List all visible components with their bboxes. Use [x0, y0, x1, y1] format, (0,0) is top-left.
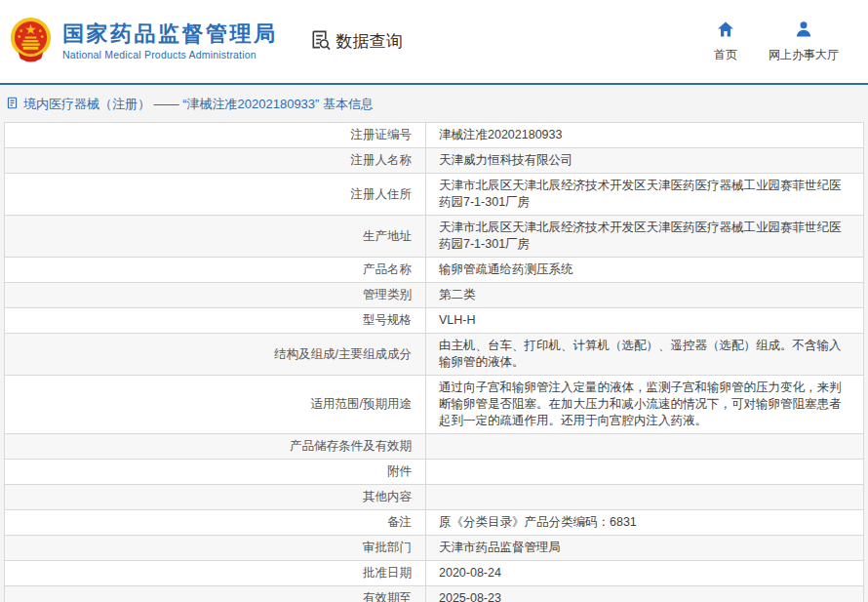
row-label: 注册人名称 [5, 148, 426, 174]
row-label: 结构及组成/主要组成成分 [5, 334, 426, 376]
home-icon [716, 20, 735, 42]
table-row: 适用范围/预期用途 通过向子宫和输卵管注入定量的液体，监测子宫和输卵管的压力变化… [5, 376, 864, 434]
table-row: 产品储存条件及有效期 [5, 434, 864, 460]
row-value: 天津市药品监督管理局 [426, 536, 864, 561]
row-value: 2020-08-24 [426, 561, 864, 586]
table-row: 备注 原《分类目录》产品分类编码：6831 [5, 510, 864, 536]
row-value: 天津威力恒科技有限公司 [426, 148, 864, 174]
table-row: 审批部门 天津市药品监督管理局 [5, 536, 864, 561]
row-value [426, 434, 864, 460]
table-row: 注册证编号 津械注准20202180933 [5, 123, 864, 148]
national-emblem-icon [8, 17, 54, 66]
header-nav: 首页 网上办事大厅 [714, 20, 868, 63]
row-label: 管理类别 [5, 283, 426, 308]
row-value: VLH-H [426, 308, 864, 334]
table-row: 管理类别 第二类 [5, 283, 864, 308]
person-icon [794, 20, 813, 42]
row-value [426, 485, 864, 510]
row-label: 批准日期 [5, 561, 426, 586]
document-search-icon [309, 28, 332, 56]
row-value: 输卵管疏通给药测压系统 [426, 258, 864, 283]
row-label: 有效期至 [5, 586, 426, 602]
info-table-body: 注册证编号 津械注准20202180933 注册人名称 天津威力恒科技有限公司 … [5, 123, 864, 602]
row-label: 型号规格 [5, 308, 426, 334]
page-title: 境内医疗器械（注册） —— “津械注准20202180933” 基本信息 [0, 85, 868, 122]
row-label: 注册人住所 [5, 174, 426, 216]
row-label: 适用范围/预期用途 [5, 376, 426, 434]
page-doc-icon [6, 97, 19, 112]
data-query-tab[interactable]: 数据查询 [309, 28, 403, 56]
row-value: 由主机、台车、打印机、计算机（选配）、遥控器（选配）组成。不含输入输卵管的液体。 [426, 334, 864, 376]
org-names: 国家药品监督管理局 National Medical Products Admi… [62, 22, 278, 60]
row-value: 第二类 [426, 283, 864, 308]
table-row: 有效期至 2025-08-23 [5, 586, 864, 602]
nav-hall-label: 网上办事大厅 [769, 47, 839, 63]
row-value: 原《分类目录》产品分类编码：6831 [426, 510, 864, 536]
row-label: 产品储存条件及有效期 [5, 434, 426, 460]
row-label: 审批部门 [5, 536, 426, 561]
row-label: 生产地址 [5, 216, 426, 258]
nav-home-label: 首页 [714, 47, 737, 63]
row-value: 天津市北辰区天津北辰经济技术开发区天津医药医疗器械工业园赛菲世纪医药园7-1-3… [426, 174, 864, 216]
row-value: 津械注准20202180933 [426, 123, 864, 148]
row-value: 天津市北辰区天津北辰经济技术开发区天津医药医疗器械工业园赛菲世纪医药园7-1-3… [426, 216, 864, 258]
table-row: 型号规格 VLH-H [5, 308, 864, 334]
row-label: 产品名称 [5, 258, 426, 283]
row-value: 通过向子宫和输卵管注入定量的液体，监测子宫和输卵管的压力变化，来判断输卵管是否阻… [426, 376, 864, 434]
table-row: 批准日期 2020-08-24 [5, 561, 864, 586]
site-header: 国家药品监督管理局 National Medical Products Admi… [0, 0, 868, 83]
table-row: 其他内容 [5, 485, 864, 510]
site-logo[interactable]: 国家药品监督管理局 National Medical Products Admi… [8, 17, 278, 66]
table-row: 附件 [5, 460, 864, 485]
table-row: 注册人名称 天津威力恒科技有限公司 [5, 148, 864, 174]
row-label: 注册证编号 [5, 123, 426, 148]
table-row: 产品名称 输卵管疏通给药测压系统 [5, 258, 864, 283]
row-value [426, 460, 864, 485]
nav-item-home[interactable]: 首页 [714, 20, 737, 63]
org-name-zh: 国家药品监督管理局 [62, 22, 278, 46]
row-value: 2025-08-23 [426, 586, 864, 602]
table-row: 结构及组成/主要组成成分 由主机、台车、打印机、计算机（选配）、遥控器（选配）组… [5, 334, 864, 376]
data-query-label: 数据查询 [336, 30, 403, 53]
table-row: 注册人住所 天津市北辰区天津北辰经济技术开发区天津医药医疗器械工业园赛菲世纪医药… [5, 174, 864, 216]
table-row: 生产地址 天津市北辰区天津北辰经济技术开发区天津医药医疗器械工业园赛菲世纪医药园… [5, 216, 864, 258]
info-table: 注册证编号 津械注准20202180933 注册人名称 天津威力恒科技有限公司 … [4, 122, 864, 602]
row-label: 其他内容 [5, 485, 426, 510]
row-label: 备注 [5, 510, 426, 536]
page-title-text: 境内医疗器械（注册） —— “津械注准20202180933” 基本信息 [23, 96, 374, 113]
org-name-en: National Medical Products Administration [62, 49, 278, 60]
row-label: 附件 [5, 460, 426, 485]
nav-item-service-hall[interactable]: 网上办事大厅 [769, 20, 839, 63]
